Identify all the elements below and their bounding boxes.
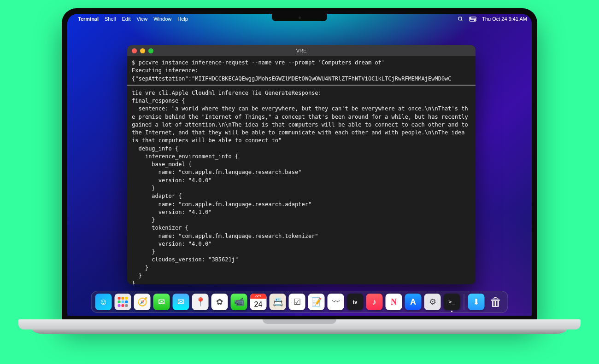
dock-music-icon[interactable]: ♪ — [366, 294, 383, 310]
svg-line-1 — [461, 20, 463, 21]
dock-photos-icon[interactable]: ✿ — [211, 294, 228, 310]
dock-separator — [464, 294, 464, 310]
control-center-icon[interactable] — [469, 17, 476, 22]
dock-messages-icon[interactable]: ✉ — [153, 294, 170, 310]
terminal-attestation-line: {"sepAttestation":"MIIFHDCCBKECAQEwggJMo… — [132, 75, 471, 83]
display-notch — [272, 14, 327, 21]
dock: ☺🧭✉✉📍✿📹OCT24📇☑📝〰tv♪NA⚙>_⬇🗑 — [91, 291, 508, 313]
window-close-button[interactable] — [132, 48, 137, 53]
dock-settings-icon[interactable]: ⚙ — [424, 294, 441, 310]
svg-point-3 — [470, 17, 471, 18]
laptop-mockup: Terminal Shell Edit View Window Help Thu… — [62, 8, 537, 340]
dock-contacts-icon[interactable]: 📇 — [270, 294, 286, 310]
menubar-item-shell[interactable]: Shell — [105, 16, 116, 22]
terminal-window[interactable]: VRE $ pccvre instance inference-request … — [127, 45, 476, 284]
terminal-content[interactable]: $ pccvre instance inference-request --na… — [127, 56, 476, 284]
menubar-item-help[interactable]: Help — [177, 16, 188, 22]
terminal-divider — [127, 85, 476, 86]
dock-terminal-icon[interactable]: >_ — [444, 294, 460, 310]
window-zoom-button[interactable] — [148, 48, 153, 53]
menubar-clock[interactable]: Thu Oct 24 9:41 AM — [482, 16, 527, 22]
window-title: VRE — [296, 48, 307, 53]
dock-trash-icon[interactable]: 🗑 — [487, 294, 504, 310]
dock-appstore-icon[interactable]: A — [405, 294, 422, 310]
dock-freeform-icon[interactable]: 〰 — [328, 294, 344, 310]
terminal-output: tie_vre_cli.Apple_Cloudml_Inference_Tie_… — [132, 89, 471, 284]
dock-safari-icon[interactable]: 🧭 — [134, 294, 151, 310]
dock-calendar-icon[interactable]: OCT24 — [250, 294, 267, 310]
dock-facetime-icon[interactable]: 📹 — [231, 294, 247, 310]
screen-bezel: Terminal Shell Edit View Window Help Thu… — [62, 8, 537, 321]
desktop: Terminal Shell Edit View Window Help Thu… — [67, 14, 532, 316]
menubar-item-window[interactable]: Window — [153, 16, 171, 22]
dock-mail-icon[interactable]: ✉ — [173, 294, 189, 310]
laptop-base — [18, 319, 581, 337]
dock-news-icon[interactable]: N — [386, 294, 402, 310]
dock-downloads-icon[interactable]: ⬇ — [468, 294, 485, 310]
window-minimize-button[interactable] — [140, 48, 145, 53]
dock-launchpad-icon[interactable] — [115, 294, 131, 310]
window-titlebar[interactable]: VRE — [127, 45, 476, 56]
dock-tv-icon[interactable]: tv — [347, 294, 364, 310]
menubar-item-view[interactable]: View — [136, 16, 147, 22]
svg-point-5 — [475, 19, 476, 20]
terminal-exec-line: Executing inference: — [132, 67, 471, 75]
dock-reminders-icon[interactable]: ☑ — [289, 294, 305, 310]
spotlight-icon[interactable] — [458, 16, 464, 22]
dock-finder-icon[interactable]: ☺ — [95, 294, 112, 310]
dock-notes-icon[interactable]: 📝 — [308, 294, 325, 310]
menubar-item-edit[interactable]: Edit — [122, 16, 131, 22]
terminal-command-line: $ pccvre instance inference-request --na… — [132, 59, 471, 67]
menubar-app-name[interactable]: Terminal — [78, 16, 99, 22]
dock-maps-icon[interactable]: 📍 — [192, 294, 209, 310]
svg-point-0 — [458, 17, 462, 20]
